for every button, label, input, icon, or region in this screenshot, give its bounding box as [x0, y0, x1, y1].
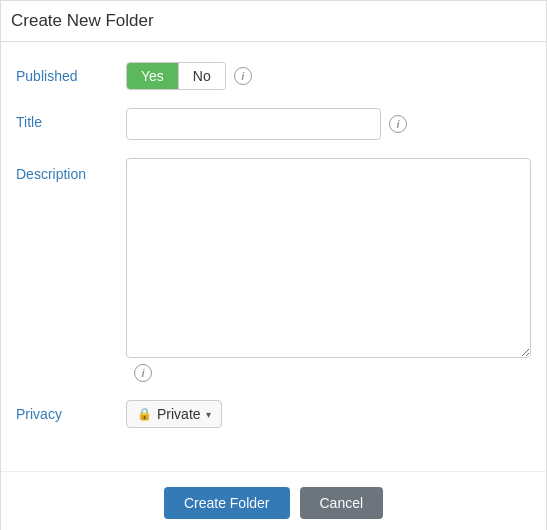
- description-row: Description i: [16, 158, 531, 382]
- title-info-icon: i: [389, 115, 407, 133]
- published-info-icon: i: [234, 67, 252, 85]
- published-row: Published Yes No i: [16, 62, 531, 90]
- privacy-dropdown-button[interactable]: 🔒 Private ▾: [126, 400, 222, 428]
- title-input[interactable]: [126, 108, 381, 140]
- privacy-label: Privacy: [16, 400, 126, 422]
- privacy-control: 🔒 Private ▾: [126, 400, 531, 428]
- published-toggle: Yes No: [126, 62, 226, 90]
- description-textarea[interactable]: [126, 158, 531, 358]
- privacy-row: Privacy 🔒 Private ▾: [16, 400, 531, 428]
- description-control: i: [126, 158, 531, 382]
- description-info-wrap: i: [126, 364, 531, 382]
- published-label: Published: [16, 62, 126, 84]
- dialog-title: Create New Folder: [11, 11, 531, 31]
- published-no-button[interactable]: No: [178, 63, 225, 89]
- lock-icon: 🔒: [137, 407, 152, 421]
- title-control: i: [126, 108, 531, 140]
- published-yes-button[interactable]: Yes: [127, 63, 178, 89]
- title-row: Title i: [16, 108, 531, 140]
- published-control: Yes No i: [126, 62, 531, 90]
- description-label: Description: [16, 158, 126, 182]
- dialog-body: Published Yes No i Title i Description: [1, 42, 546, 461]
- cancel-button[interactable]: Cancel: [300, 487, 384, 519]
- privacy-value-label: Private: [157, 406, 201, 422]
- dialog-header: Create New Folder: [1, 1, 546, 42]
- create-folder-button[interactable]: Create Folder: [164, 487, 290, 519]
- title-label: Title: [16, 108, 126, 130]
- create-folder-dialog: Create New Folder Published Yes No i Tit…: [0, 0, 547, 530]
- caret-icon: ▾: [206, 409, 211, 420]
- footer-buttons: Create Folder Cancel: [1, 471, 546, 530]
- description-info-icon: i: [134, 364, 152, 382]
